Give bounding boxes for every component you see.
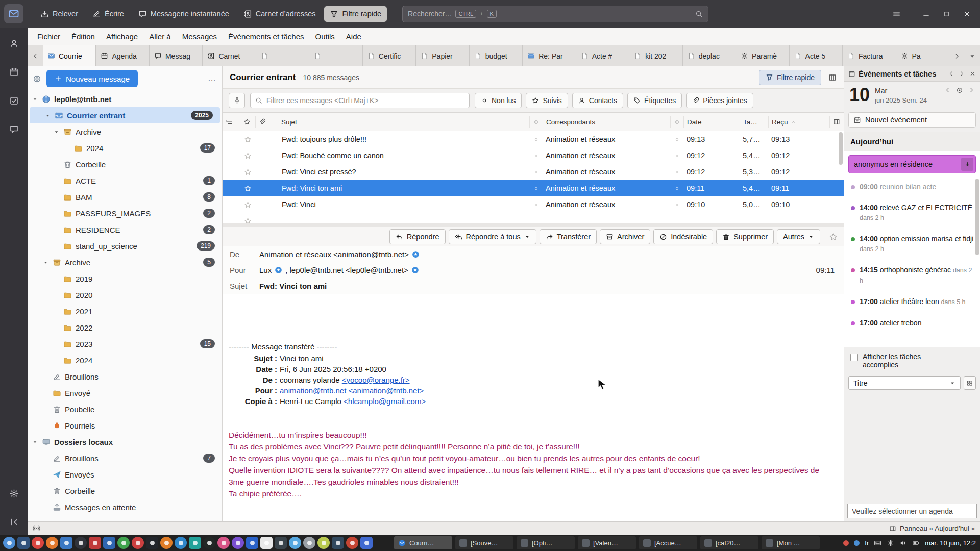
app-terminal-launcher[interactable] (146, 537, 158, 549)
menu-fichier[interactable]: Fichier (32, 29, 66, 44)
app-red-launcher[interactable] (32, 537, 44, 549)
toolbar-carnet-d-adresses-button[interactable]: Carnet d’adresses (238, 6, 322, 22)
folder-stand-up-science[interactable]: stand_up_science219 (28, 238, 222, 254)
folder-lep0le-tntb-net[interactable]: lep0le@tntb.net (28, 91, 222, 107)
folder-2022[interactable]: 2022 (28, 319, 222, 336)
app-dark-green-launcher[interactable] (203, 537, 215, 549)
folder-envoyes[interactable]: Envoyés (28, 466, 222, 483)
tray-battery[interactable] (912, 539, 920, 547)
folder-corbeille[interactable]: Corbeille (28, 483, 222, 499)
toolbar-messagerie-instantanee-button[interactable]: Messagerie instantanée (133, 6, 235, 22)
column-picker-button[interactable] (829, 116, 844, 128)
taskbar-window-courri[interactable]: Courri… (394, 536, 452, 549)
folder-corbeille[interactable]: Corbeille (28, 156, 222, 172)
column-size[interactable]: Ta… (740, 116, 768, 128)
new-message-button[interactable]: Nouveau message (46, 70, 138, 87)
folder-envoye[interactable]: Envoyé (28, 385, 222, 401)
tab-messag[interactable]: Messag (150, 45, 203, 66)
event-item[interactable]: 09:00 reunion bilan acte (844, 177, 980, 197)
events-scrollbar[interactable] (975, 179, 979, 255)
tab-kit-202[interactable]: kit 202 (629, 45, 682, 66)
menu-outils[interactable]: Outils (310, 29, 340, 44)
folder-brouillons[interactable]: Brouillons7 (28, 450, 222, 466)
app-rust-launcher[interactable] (346, 537, 358, 549)
taskbar-window-opti[interactable]: [Opti… (517, 536, 575, 549)
event-jump-button[interactable] (961, 158, 973, 171)
today-prev-button[interactable] (948, 70, 954, 77)
tab-re-par[interactable]: Re: Par (523, 45, 576, 66)
folder-poubelle[interactable]: Poubelle (28, 401, 222, 417)
app-firefox-launcher[interactable] (46, 537, 58, 549)
event-item[interactable]: 14:00 relevé GAZ et ELECTRICITÉ dans 2 h (844, 197, 980, 229)
menu-evenements-et-taches[interactable]: Évènements et tâches (223, 29, 309, 44)
tab-budget[interactable]: budget (470, 45, 523, 66)
space-mail-button[interactable] (4, 4, 23, 23)
tab-agenda[interactable]: Agenda (96, 45, 149, 66)
app-browser-launcher[interactable] (3, 537, 15, 549)
new-event-button[interactable]: Nouvel évènement (848, 112, 976, 128)
folder-archive[interactable]: Archive (28, 123, 222, 140)
folder-modes-icon[interactable] (33, 74, 41, 83)
event-item[interactable]: 17:00 atelier trebon (844, 313, 980, 334)
app-light-launcher[interactable] (260, 537, 273, 549)
menu-affichage[interactable]: Affichage (101, 29, 143, 44)
quick-filter-toggle[interactable]: Filtre rapide (759, 70, 821, 85)
filter-suivis-button[interactable]: Suivis (526, 93, 568, 108)
message-row[interactable]: Fwd: Bouché comme un canonAnimation et r… (223, 147, 844, 164)
app-pink-launcher[interactable] (217, 537, 230, 549)
tab-courrie[interactable]: Courrie (43, 45, 96, 66)
taskbar-window-souve[interactable]: [Souve… (455, 536, 513, 549)
app-files-launcher[interactable] (103, 537, 115, 549)
to-value[interactable]: Lux (259, 266, 272, 274)
action-archiver-button[interactable]: Archiver (600, 229, 650, 244)
column-unread[interactable] (529, 116, 543, 128)
action-autres-button[interactable]: Autres (777, 229, 820, 244)
toolbar-ecrire-button[interactable]: Écrire (87, 6, 130, 22)
menu-aller-a[interactable]: Aller à (143, 29, 177, 44)
filter-pieces-jointes-button[interactable]: Pièces jointes (686, 93, 753, 108)
app-sky-launcher[interactable] (289, 537, 301, 549)
folder-dossiers-locaux[interactable]: Dossiers locaux (28, 434, 222, 450)
folder-brouillons[interactable]: Brouillons (28, 368, 222, 385)
show-completed-checkbox[interactable] (850, 354, 858, 361)
filter-etiquettes-button[interactable]: Étiquettes (627, 93, 682, 108)
star-message-button[interactable] (829, 232, 838, 241)
email-link[interactable]: <hlcamplo@gmail.com> (344, 397, 426, 406)
tray-keyboard[interactable] (874, 539, 881, 547)
filter-non-lus-button[interactable]: Non lus (475, 93, 522, 108)
folder-bam[interactable]: BAM8 (28, 189, 222, 205)
folder-pane-options-button[interactable]: … (208, 74, 217, 83)
folder-2023[interactable]: 202315 (28, 336, 222, 352)
folder-pourriels[interactable]: Pourriels (28, 417, 222, 434)
task-columns-button[interactable] (964, 376, 976, 390)
action-repondre-a-tous-button[interactable]: Répondre à tous (449, 229, 536, 244)
column-received[interactable]: Reçu (768, 116, 829, 128)
folder-archive[interactable]: Archive5 (28, 254, 222, 270)
space-address-book-button[interactable] (4, 34, 23, 53)
taskbar-window-accue[interactable]: [Accue… (639, 536, 697, 549)
pane-splitter[interactable] (223, 223, 844, 227)
tab-carnet[interactable]: Carnet (203, 45, 256, 66)
app-red2-launcher[interactable] (132, 537, 144, 549)
taskbar-window-mon[interactable]: [Mon … (762, 536, 820, 549)
tray-volume[interactable] (899, 539, 907, 547)
app-blue2-launcher[interactable] (175, 537, 187, 549)
tab-papier[interactable]: Papier (416, 45, 469, 66)
today-next-button[interactable] (959, 70, 965, 77)
tabs-scroll-left-button[interactable] (28, 45, 43, 66)
tabs-scroll-right-button[interactable] (949, 45, 965, 66)
app-blue3-launcher[interactable] (246, 537, 258, 549)
today-section-header[interactable]: Aujourd’hui (844, 132, 980, 151)
date-next-button[interactable] (968, 87, 975, 94)
app-green-launcher[interactable] (117, 537, 130, 549)
action-transferer-button[interactable]: Transférer (540, 229, 597, 244)
app-indigo-launcher[interactable] (360, 537, 373, 549)
tray-status-red-icon[interactable] (843, 540, 849, 546)
app-crimson-launcher[interactable] (89, 537, 101, 549)
folder-2020[interactable]: 2020 (28, 287, 222, 303)
message-row[interactable]: Fwd: VinciAnimation et réseaux09:105,0…0… (223, 196, 844, 213)
folder-residence[interactable]: RESIDENCE2 (28, 221, 222, 238)
app-navy-launcher[interactable] (332, 537, 344, 549)
filter-contacts-button[interactable]: Contacts (572, 93, 623, 108)
folder-2021[interactable]: 2021 (28, 303, 222, 319)
